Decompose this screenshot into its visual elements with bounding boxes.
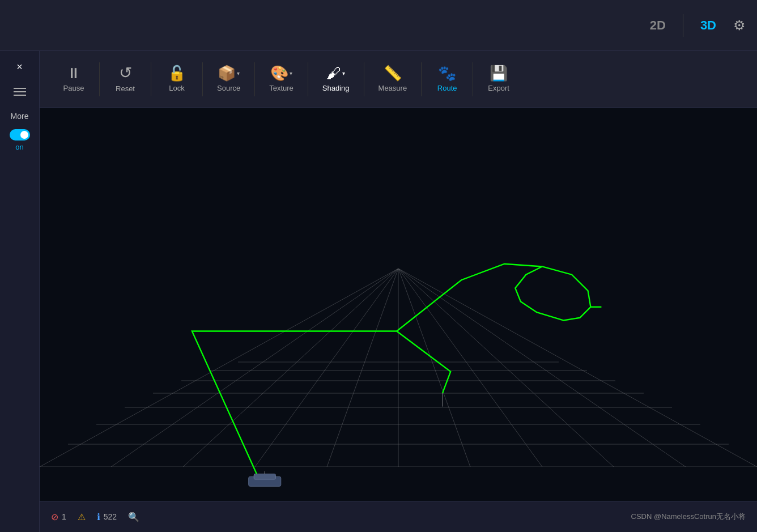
toolbar-divider-5 bbox=[308, 62, 308, 96]
tool-route[interactable]: 🐾 Route bbox=[424, 60, 470, 98]
source-label: Source bbox=[217, 84, 240, 92]
tool-measure[interactable]: 📏 Measure bbox=[367, 60, 419, 98]
shading-icon-group: 🖌 ▾ bbox=[326, 66, 345, 80]
settings-button[interactable]: ⚙ bbox=[733, 18, 746, 33]
info-icon: ℹ bbox=[97, 512, 100, 522]
toolbar: ⏸ Pause ↺ Reset 🔓 Lock 📦 ▾ S bbox=[40, 51, 757, 108]
source-arrow: ▾ bbox=[237, 70, 240, 76]
info-status: ℹ 522 bbox=[97, 512, 117, 522]
toggle-on-label: on bbox=[15, 143, 23, 151]
info-count: 522 bbox=[104, 512, 117, 521]
hamburger-line-3 bbox=[14, 95, 26, 96]
toolbar-divider-6 bbox=[364, 62, 364, 96]
lock-icon: 🔓 bbox=[168, 66, 186, 80]
measure-icon: 📏 bbox=[384, 66, 402, 80]
tool-export[interactable]: 💾 Export bbox=[476, 60, 521, 98]
btn-2d[interactable]: 2D bbox=[644, 15, 671, 36]
status-bar: ⊘ 1 ⚠ ℹ 522 🔍 CSDN @NamelessCotrun无名小将 bbox=[40, 501, 757, 532]
texture-icon-group: 🎨 ▾ bbox=[270, 66, 292, 80]
shading-arrow: ▾ bbox=[342, 70, 345, 76]
toolbar-divider-1 bbox=[99, 62, 100, 96]
hamburger-line-1 bbox=[14, 88, 26, 89]
content-area: ⏸ Pause ↺ Reset 🔓 Lock 📦 ▾ S bbox=[40, 51, 757, 532]
error-status: ⊘ 1 bbox=[51, 512, 66, 522]
reset-icon: ↺ bbox=[119, 65, 132, 81]
pause-label: Pause bbox=[63, 84, 84, 92]
toolbar-divider-7 bbox=[421, 62, 422, 96]
route-icon: 🐾 bbox=[438, 66, 456, 80]
toolbar-divider-3 bbox=[202, 62, 203, 96]
view-divider bbox=[683, 14, 683, 37]
tool-texture[interactable]: 🎨 ▾ Texture bbox=[258, 60, 305, 98]
toolbar-divider-4 bbox=[254, 62, 255, 96]
reset-label: Reset bbox=[116, 84, 135, 93]
texture-label: Texture bbox=[269, 84, 294, 92]
left-sidebar: × More on bbox=[0, 51, 40, 532]
error-icon: ⊘ bbox=[51, 512, 58, 522]
btn-3d[interactable]: 3D bbox=[695, 15, 722, 36]
svg-rect-21 bbox=[254, 474, 275, 479]
source-icon: 📦 bbox=[218, 66, 236, 80]
export-label: Export bbox=[488, 84, 509, 92]
lock-label: Lock bbox=[169, 84, 184, 92]
texture-arrow: ▾ bbox=[290, 70, 292, 76]
tool-source[interactable]: 📦 ▾ Source bbox=[206, 60, 252, 98]
toggle-switch[interactable] bbox=[10, 129, 30, 141]
shading-icon: 🖌 bbox=[326, 66, 341, 80]
route-path bbox=[40, 108, 757, 501]
tool-lock[interactable]: 🔓 Lock bbox=[154, 60, 199, 98]
toggle-container: on bbox=[10, 129, 30, 151]
shading-label: Shading bbox=[322, 84, 350, 92]
measure-label: Measure bbox=[378, 84, 407, 92]
export-icon: 💾 bbox=[490, 66, 508, 80]
hamburger-line-2 bbox=[14, 91, 26, 92]
warning-status: ⚠ bbox=[78, 512, 86, 522]
tool-reset[interactable]: ↺ Reset bbox=[103, 59, 148, 99]
warning-icon: ⚠ bbox=[78, 512, 86, 522]
search-status[interactable]: 🔍 bbox=[128, 512, 139, 522]
texture-icon: 🎨 bbox=[270, 66, 288, 80]
tool-pause[interactable]: ⏸ Pause bbox=[51, 60, 96, 98]
source-icon-group: 📦 ▾ bbox=[218, 66, 240, 80]
tool-shading[interactable]: 🖌 ▾ Shading bbox=[311, 60, 361, 98]
hamburger-button[interactable] bbox=[9, 83, 31, 100]
viewport[interactable]: line { stroke: #ffffff; stroke-width: 0.… bbox=[40, 108, 757, 501]
pause-icon: ⏸ bbox=[66, 66, 81, 80]
route-label: Route bbox=[437, 84, 457, 92]
main-layout: × More on ⏸ Pause ↺ Reset bbox=[0, 51, 757, 532]
top-bar: 2D 3D ⚙ bbox=[0, 0, 757, 51]
toolbar-divider-2 bbox=[151, 62, 151, 96]
watermark: CSDN @NamelessCotrun无名小将 bbox=[631, 512, 746, 522]
more-label: More bbox=[11, 112, 29, 121]
search-icon: 🔍 bbox=[128, 512, 139, 522]
error-count: 1 bbox=[62, 512, 66, 521]
toolbar-divider-8 bbox=[473, 62, 473, 96]
close-button[interactable]: × bbox=[12, 57, 27, 78]
